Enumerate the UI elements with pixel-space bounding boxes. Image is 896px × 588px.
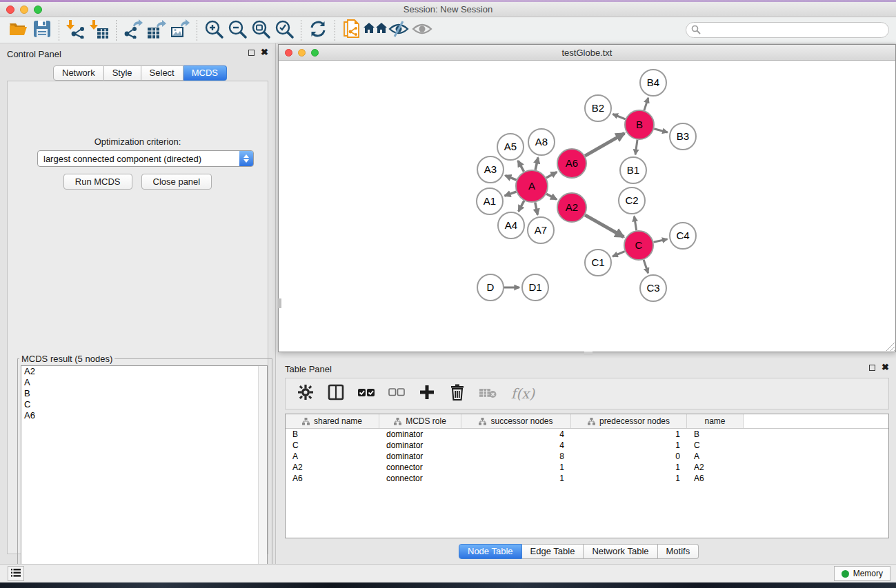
cell-name[interactable]: A (687, 451, 744, 462)
cell-name[interactable]: A2 (687, 462, 744, 473)
table-row[interactable]: Bdominator41B (286, 429, 888, 440)
cell-predecessor-nodes[interactable]: 1 (571, 440, 687, 451)
mcds-result-item[interactable]: C (21, 399, 267, 410)
mcds-result-item[interactable]: A2 (21, 366, 267, 377)
edge-A-A8[interactable] (535, 158, 538, 170)
hide-details-button[interactable] (387, 19, 410, 41)
column-header-successor-nodes[interactable]: successor nodes (461, 414, 571, 428)
memory-button[interactable]: Memory (834, 566, 890, 581)
cell-shared-name[interactable]: A6 (286, 473, 379, 484)
mcds-result-item[interactable]: A (21, 377, 267, 388)
mcds-result-item[interactable]: A6 (21, 410, 267, 421)
table-settings-button[interactable] (295, 383, 316, 404)
cell-successor-nodes[interactable]: 1 (461, 462, 571, 473)
float-panel-icon[interactable] (248, 50, 255, 56)
show-details-button[interactable] (410, 19, 434, 41)
home-views-button[interactable] (364, 19, 387, 41)
run-mcds-button[interactable]: Run MCDS (63, 174, 132, 190)
export-network-button[interactable] (121, 19, 145, 41)
cell-successor-nodes[interactable]: 1 (461, 473, 571, 484)
save-session-button[interactable] (30, 19, 54, 41)
edge-C-C1[interactable] (613, 252, 625, 256)
table-row[interactable]: A2connector11A2 (286, 462, 888, 473)
export-image-button[interactable] (168, 19, 192, 41)
function-builder-button[interactable]: f(x) (508, 383, 538, 404)
open-session-button[interactable] (7, 19, 30, 41)
table-row[interactable]: Cdominator41C (286, 440, 888, 451)
zoom-in-button[interactable] (202, 19, 226, 41)
cell-successor-nodes[interactable]: 4 (461, 440, 571, 451)
column-header-mcds-role[interactable]: MCDS role (379, 414, 461, 428)
edge-A-A5[interactable] (518, 161, 524, 172)
column-header-name[interactable]: name (687, 414, 744, 428)
edge-B-B1[interactable] (635, 140, 637, 154)
mcds-result-item[interactable]: B (21, 388, 267, 399)
cell-shared-name[interactable]: A (286, 451, 379, 462)
edge-C-C4[interactable] (654, 239, 668, 242)
float-table-panel-icon[interactable] (869, 365, 875, 371)
deselect-all-button[interactable] (386, 383, 407, 404)
edge-A-A2[interactable] (546, 194, 557, 199)
tab-select[interactable]: Select (141, 65, 183, 81)
tab-network[interactable]: Network (53, 65, 104, 81)
cell-mcds-role[interactable]: connector (379, 473, 461, 484)
cell-successor-nodes[interactable]: 4 (461, 429, 571, 440)
edge-A-A7[interactable] (535, 203, 538, 215)
result-scrollbar[interactable] (258, 366, 267, 584)
create-column-button[interactable] (417, 383, 437, 404)
delete-column-button[interactable] (447, 383, 468, 404)
edge-C-C3[interactable] (644, 260, 648, 273)
tab-style[interactable]: Style (104, 65, 141, 81)
edge-A2-C[interactable] (585, 215, 624, 237)
edge-A-A6[interactable] (546, 172, 557, 178)
cell-mcds-role[interactable]: dominator (379, 429, 461, 440)
cell-shared-name[interactable]: B (286, 429, 379, 440)
cell-predecessor-nodes[interactable]: 1 (571, 473, 687, 484)
tab-motifs[interactable]: Motifs (658, 544, 699, 559)
cell-name[interactable]: A6 (687, 473, 744, 484)
zoom-fit-button[interactable] (249, 19, 272, 41)
cell-shared-name[interactable]: A2 (286, 462, 379, 473)
criterion-select[interactable]: largest connected component (directed) (37, 150, 254, 167)
cell-predecessor-nodes[interactable]: 1 (571, 462, 687, 473)
close-table-panel-icon[interactable]: ✖ (882, 364, 889, 371)
cell-name[interactable]: B (687, 429, 744, 440)
tab-mcds[interactable]: MCDS (183, 65, 227, 81)
network-canvas[interactable]: AA1A2A3A4A5A6A7A8BB1B2B3B4CC1C2C3C4DD1 (279, 61, 895, 352)
edge-C-C2[interactable] (635, 216, 637, 231)
close-panel-button[interactable]: Close panel (141, 174, 212, 190)
tab-edge-table[interactable]: Edge Table (522, 544, 584, 559)
column-header-predecessor-nodes[interactable]: predecessor nodes (571, 414, 687, 428)
import-network-button[interactable] (64, 19, 88, 41)
tab-node-table[interactable]: Node Table (459, 544, 522, 559)
refresh-button[interactable] (306, 19, 330, 41)
edge-A6-B[interactable] (585, 133, 624, 156)
select-all-button[interactable] (356, 383, 377, 404)
cell-name[interactable]: C (687, 440, 744, 451)
cell-predecessor-nodes[interactable]: 0 (571, 451, 687, 462)
task-history-button[interactable] (8, 566, 24, 581)
edge-B-B4[interactable] (644, 98, 648, 110)
clone-network-button[interactable] (340, 19, 364, 41)
table-row[interactable]: A6connector11A6 (286, 473, 888, 484)
cell-mcds-role[interactable]: dominator (379, 451, 461, 462)
import-table-button[interactable] (88, 19, 111, 41)
edge-B-B2[interactable] (613, 114, 625, 119)
search-input[interactable] (686, 22, 889, 38)
cell-shared-name[interactable]: C (286, 440, 379, 451)
cell-mcds-role[interactable]: dominator (379, 440, 461, 451)
close-panel-icon[interactable]: ✖ (261, 49, 268, 56)
show-columns-button[interactable] (326, 383, 346, 404)
zoom-out-button[interactable] (226, 19, 249, 41)
mcds-result-list[interactable]: A2ABCA6 (21, 365, 268, 585)
edge-A-A4[interactable] (519, 201, 524, 211)
table-row[interactable]: Adominator80A (286, 451, 888, 462)
tab-network-table[interactable]: Network Table (584, 544, 657, 559)
edge-B-B3[interactable] (654, 129, 668, 132)
cell-successor-nodes[interactable]: 8 (461, 451, 571, 462)
delete-table-button[interactable] (477, 383, 498, 404)
edge-A-A3[interactable] (505, 176, 516, 181)
network-window-titlebar[interactable]: testGlobe.txt (279, 45, 895, 61)
zoom-selected-button[interactable] (272, 19, 296, 41)
column-header-shared-name[interactable]: shared name (286, 414, 379, 428)
